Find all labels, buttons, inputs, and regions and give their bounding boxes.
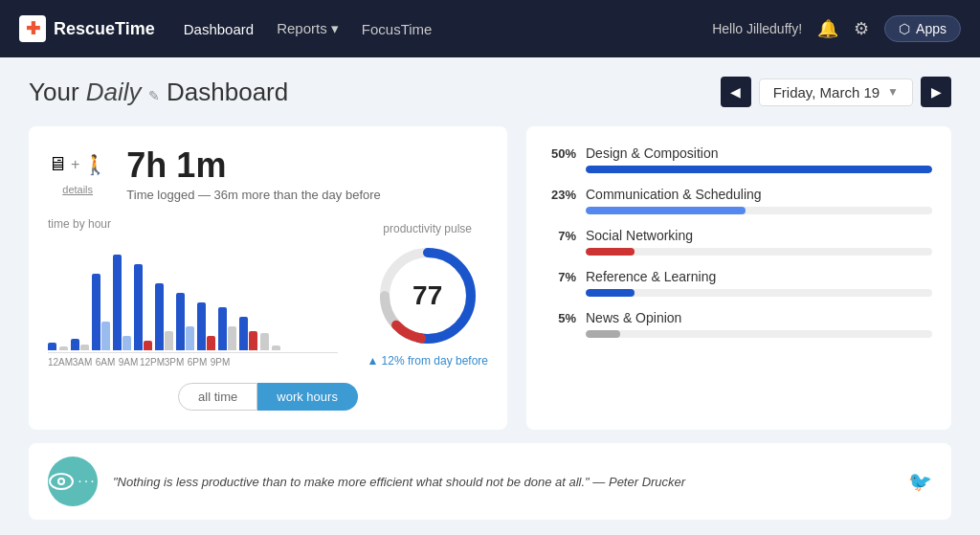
settings-icon[interactable]: ⚙ — [854, 18, 869, 39]
bar-group-11am — [134, 264, 152, 350]
details-link[interactable]: details — [62, 184, 93, 195]
bar — [176, 293, 185, 350]
bar-group-9pm — [272, 346, 280, 350]
main-content: Your Daily ✎ Dashboard ◀ Friday, March 1… — [0, 57, 980, 529]
eye-icon — [49, 473, 74, 490]
nav-dashboard[interactable]: Dashboard — [184, 20, 254, 37]
bar-group-12pm — [155, 283, 173, 350]
prev-date-button[interactable]: ◀ — [721, 77, 751, 107]
cat-bar-fill — [586, 166, 932, 173]
cat-pct: 23% — [546, 188, 576, 202]
time-stats: 7h 1m Time logged — 36m more than the da… — [126, 145, 380, 202]
bar — [218, 307, 227, 350]
bar — [122, 336, 131, 350]
bar-group-3am — [59, 346, 68, 350]
dashboard-title: Your Daily ✎ Dashboard — [29, 78, 288, 107]
bar — [92, 274, 100, 350]
cat-bar-fill — [586, 207, 746, 214]
x-label-3am: 3AM — [71, 357, 94, 368]
title-suffix: Dashboard — [167, 78, 288, 106]
apps-button[interactable]: ⬡ Apps — [884, 15, 961, 42]
bar-group-3pm — [197, 302, 215, 350]
tab-work-hours[interactable]: work hours — [257, 383, 358, 411]
apps-icon: ⬡ — [899, 21, 910, 36]
cat-name: Reference & Learning — [586, 269, 716, 284]
desktop-icon: 🖥 — [48, 153, 67, 175]
x-label-12pm: 12PM — [140, 357, 163, 368]
nav-reports[interactable]: Reports ▾ — [277, 20, 339, 37]
pulse-label: productivity pulse — [367, 222, 488, 235]
time-note: Time logged — 36m more than the day befo… — [126, 188, 380, 202]
quote-bar: ··· "Nothing is less productive than to … — [29, 443, 951, 520]
logo-icon: ✚ — [19, 15, 46, 42]
bar — [113, 255, 122, 350]
cat-name: Communication & Scheduling — [586, 187, 762, 202]
cat-bar-fill — [586, 330, 620, 338]
x-label-6am: 6AM — [94, 357, 117, 368]
notification-icon[interactable]: 🔔 — [817, 18, 838, 39]
device-icons: 🖥 + 🚶 details — [48, 153, 107, 195]
device-icons-row: 🖥 + 🚶 — [48, 153, 107, 176]
bar — [134, 264, 143, 350]
bar — [71, 339, 79, 350]
bar — [155, 283, 164, 350]
category-row-comm: 23% Communication & Scheduling — [546, 187, 932, 214]
bar — [249, 331, 257, 350]
cat-pct: 7% — [546, 229, 576, 243]
bar — [59, 346, 68, 350]
quote-text: "Nothing is less productive than to make… — [113, 475, 893, 489]
bar-group-6am — [71, 339, 89, 350]
date-dropdown-icon[interactable]: ▼ — [887, 85, 899, 99]
eye-icon-bg: ··· — [48, 457, 98, 506]
pulse-ring: 77 — [375, 243, 480, 348]
cat-pct: 50% — [546, 146, 576, 161]
bar — [272, 346, 280, 350]
nav-right: Hello Jilleduffy! 🔔 ⚙ ⬡ Apps — [712, 15, 961, 42]
category-row-ref: 7% Reference & Learning — [546, 269, 932, 297]
stats-row: 🖥 + 🚶 details 7h 1m Time logged — 36m mo… — [48, 145, 488, 202]
category-row-social: 7% Social Networking — [546, 228, 932, 256]
bar-group-4pm — [218, 307, 236, 350]
bar — [101, 322, 110, 350]
bar-group-10am — [113, 255, 131, 350]
charts-row: time by hour — [48, 217, 488, 368]
bar — [144, 341, 152, 350]
nav-focustime[interactable]: FocusTime — [362, 20, 433, 37]
right-panel: 50% Design & Composition 23% Communicati… — [526, 126, 951, 430]
content-grid: 🖥 + 🚶 details 7h 1m Time logged — 36m mo… — [29, 126, 951, 430]
date-nav: ◀ Friday, March 19 ▼ ▶ — [721, 77, 951, 107]
twitter-icon[interactable]: 🐦 — [908, 470, 932, 493]
cat-pct: 5% — [546, 311, 576, 325]
cat-bar-track — [586, 248, 932, 256]
nav-greeting: Hello Jilleduffy! — [712, 21, 802, 36]
category-header: 7% Social Networking — [546, 228, 932, 243]
bar-chart-section: time by hour — [48, 217, 338, 368]
next-date-button[interactable]: ▶ — [921, 77, 951, 107]
cat-name: News & Opinion — [586, 310, 681, 325]
bar-group-9am — [92, 274, 110, 350]
x-label-9pm: 9PM — [209, 357, 232, 368]
dots-decoration: ··· — [78, 473, 96, 490]
bar — [186, 326, 194, 350]
cat-bar-track — [586, 166, 932, 173]
apps-label: Apps — [916, 21, 947, 36]
category-header: 23% Communication & Scheduling — [546, 187, 932, 202]
bar — [260, 333, 269, 350]
bar — [239, 317, 248, 350]
bar — [48, 343, 56, 350]
svg-point-6 — [59, 479, 63, 483]
edit-icon[interactable]: ✎ — [148, 88, 160, 103]
tab-all-time[interactable]: all time — [178, 383, 257, 411]
category-row-news: 5% News & Opinion — [546, 310, 932, 338]
logo[interactable]: ✚ RescueTime — [19, 15, 155, 42]
cat-pct: 7% — [546, 270, 576, 284]
category-row-design: 50% Design & Composition — [546, 145, 932, 173]
x-label-9am: 9AM — [117, 357, 140, 368]
bar — [80, 345, 89, 350]
pulse-number: 77 — [412, 280, 442, 311]
bar — [207, 336, 215, 350]
total-time: 7h 1m — [126, 145, 380, 186]
category-header: 7% Reference & Learning — [546, 269, 932, 284]
time-tabs: all time work hours — [48, 383, 488, 411]
bar — [197, 302, 206, 350]
